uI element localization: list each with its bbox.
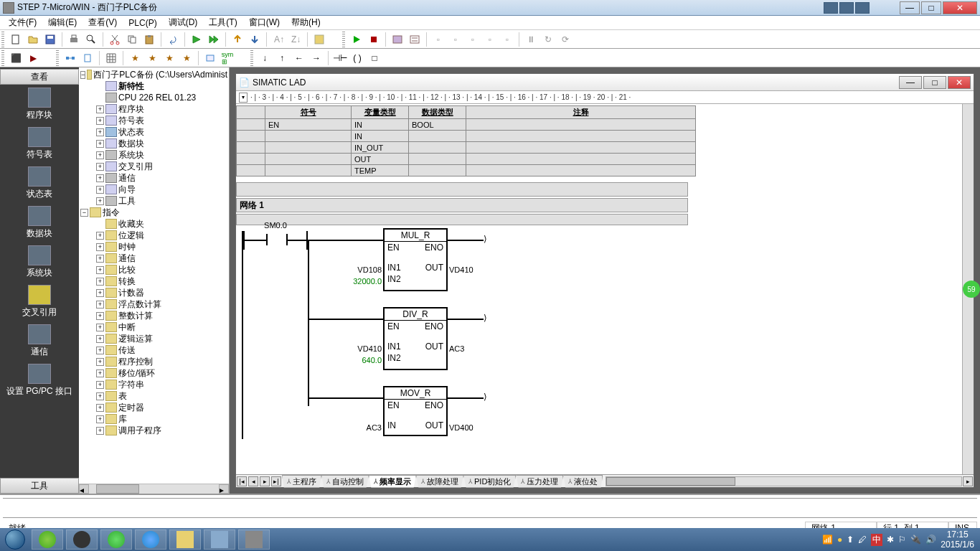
cut-icon[interactable] [107,32,123,47]
tree-instruction-9[interactable]: +中断 [96,321,227,333]
tree-instruction-18[interactable]: +调用子程序 [96,425,227,436]
grid-icon[interactable] [103,50,119,66]
editor-tab-5[interactable]: 压力处理 [516,475,563,488]
output-window[interactable] [3,498,977,518]
editor-tab-6[interactable]: 液位处 [563,475,603,488]
tree-instruction-11[interactable]: +传送 [96,344,227,356]
tab-last-button[interactable]: ▸| [271,476,281,486]
tab-first-button[interactable]: |◂ [237,476,247,486]
contact-sm00[interactable]: SM0.0 [243,231,308,250]
menu-window[interactable]: 窗口(W) [243,15,286,30]
volume-icon[interactable]: 🔊 [925,534,936,545]
network-title[interactable]: 网络 1 [236,198,688,212]
toolbar-grip-4[interactable] [56,50,59,66]
variable-table[interactable]: 符号 变量类型 数据类型 注释 ENINBOOLININ_OUTOUTTEMP [236,105,696,176]
tree-instruction-13[interactable]: +移位/循环 [96,367,227,379]
upload-icon[interactable] [230,32,245,47]
sidebar-footer[interactable]: 工具 [0,478,79,494]
minimize-button[interactable]: — [900,1,920,14]
tree-folder-3[interactable]: +数据块 [96,138,227,149]
tree-instruction-14[interactable]: +字符串 [96,379,227,390]
tab-next-button[interactable]: ▸ [260,476,270,486]
tree-instruction-15[interactable]: +表 [96,390,227,402]
menu-debug[interactable]: 调试(D) [163,15,204,30]
symbol-info-icon[interactable]: sym⊞ [220,50,235,66]
undo-icon[interactable] [165,32,181,47]
sort-asc-icon[interactable]: A↑ [270,32,286,47]
run-icon[interactable] [349,32,364,47]
line-left-icon[interactable]: ← [291,50,307,66]
taskbar-app-2[interactable] [66,529,98,550]
tray-icon-4[interactable]: 中 [871,534,882,546]
taskbar-ie[interactable] [135,529,166,550]
ladder-editor[interactable]: 符号 变量类型 数据类型 注释 ENINBOOLININ_OUTOUTTEMP … [236,104,962,474]
menu-help[interactable]: 帮助(H) [286,15,326,30]
editor-tab-2[interactable]: 频率显示 [369,475,416,488]
toolbar-grip[interactable] [1,32,4,47]
menu-view[interactable]: 查看(V) [83,15,123,30]
tray-icon-3[interactable]: 🖊 [858,534,867,545]
tree-folder-4[interactable]: +系统块 [96,149,227,161]
flag-icon[interactable]: ⚐ [898,534,906,545]
open-icon[interactable] [25,32,41,47]
save-icon[interactable] [42,32,58,47]
status-chart-icon[interactable] [390,32,405,47]
tree-instruction-16[interactable]: +定时器 [96,402,227,413]
print-icon[interactable] [66,32,82,47]
prev-icon[interactable]: ★ [161,50,177,66]
maximize-button[interactable]: □ [921,1,941,14]
sidebar-item-cross-reference[interactable]: 交叉引用 [0,285,79,319]
box-icon[interactable]: □ [367,50,382,66]
tray-icon-2[interactable]: ⬆ [847,534,854,545]
network-icon[interactable] [62,50,78,66]
sidebar-item-program-block[interactable]: 程序块 [0,88,79,121]
line-up-icon[interactable]: ↑ [274,50,290,66]
single-scan-icon[interactable]: ↻ [540,32,556,47]
tree-instruction-4[interactable]: +比较 [96,264,227,276]
pause-icon[interactable]: ⏸ [523,32,539,47]
editor-tab-1[interactable]: 自动控制 [321,475,369,488]
multi-scan-icon[interactable]: ⟳ [557,32,573,47]
unforce-icon[interactable]: ▫ [482,32,498,47]
force-icon[interactable]: ▫ [465,32,481,47]
aux-button-1[interactable] [824,2,838,14]
toolbar-grip-5[interactable] [250,50,253,66]
compile-icon[interactable] [189,32,204,47]
taskbar-step7[interactable] [238,529,270,550]
contact-icon[interactable]: ⊣⊢ [332,50,348,66]
write-all-icon[interactable]: ▫ [448,32,463,47]
sidebar-item-data-block[interactable]: 数据块 [0,206,79,240]
tree-cpu[interactable]: CPU 226 REL 01.23 [96,92,227,103]
taskbar-app-3[interactable] [100,529,132,550]
tree-scrollbar[interactable]: ◂ ▸ [79,484,229,494]
coil-icon[interactable]: ( ) [349,50,365,66]
tree-folder-8[interactable]: +工具 [96,195,227,207]
editor-tab-4[interactable]: PID初始化 [463,475,516,488]
ruler-collapse-button[interactable]: ▾ [239,93,248,103]
next-icon[interactable]: ★ [144,50,160,66]
menu-file[interactable]: 文件(F) [3,15,42,30]
sidebar-item-communications[interactable]: 通信 [0,324,79,358]
options-icon[interactable] [311,32,327,47]
clock[interactable]: 17:15 2015/1/6 [941,529,974,550]
tray-icon-1[interactable]: ● [837,534,842,545]
aux-button-3[interactable] [855,2,870,14]
tree-instruction-17[interactable]: +库 [96,413,227,425]
program-status-icon[interactable] [407,32,423,47]
editor-close-button[interactable]: ✕ [948,76,971,89]
taskbar-explorer[interactable] [169,529,201,550]
tree-instruction-3[interactable]: +通信 [96,253,227,264]
taskbar-app-6[interactable] [204,529,235,550]
tree-instruction-0[interactable]: 收藏夹 [96,218,227,230]
toolbar-grip-3[interactable] [1,50,4,66]
bluetooth-icon[interactable]: ✱ [887,534,894,545]
tree-folder-7[interactable]: +向导 [96,184,227,195]
compile-all-icon[interactable] [206,32,222,47]
editor-tab-0[interactable]: 主程序 [282,475,321,488]
tree-instruction-8[interactable]: +整数计算 [96,310,227,321]
read-forced-icon[interactable]: ▫ [499,32,515,47]
editor-tab-3[interactable]: 故障处理 [416,475,463,488]
sort-desc-icon[interactable]: Z↓ [288,32,303,47]
line-right-icon[interactable]: → [308,50,324,66]
sidebar-item-system-block[interactable]: 系统块 [0,245,79,279]
